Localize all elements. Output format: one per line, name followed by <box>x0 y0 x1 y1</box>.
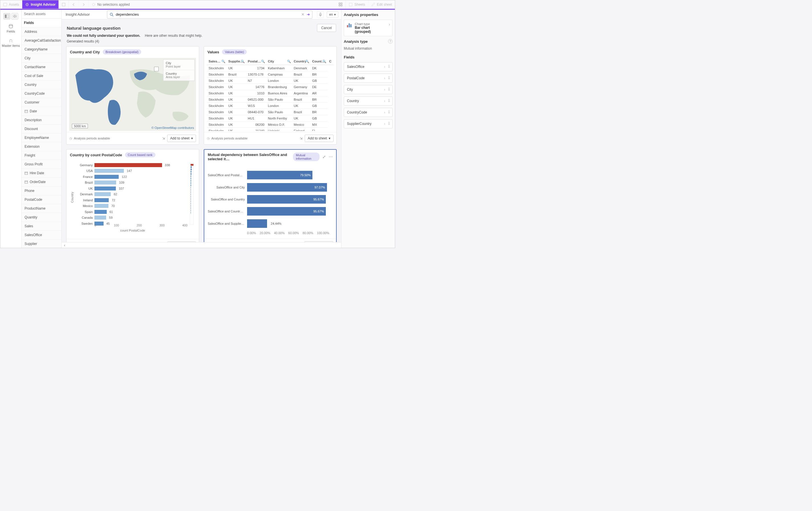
table-header[interactable]: Count…🔍 <box>311 58 327 65</box>
bar-row[interactable]: UK107 <box>94 186 194 191</box>
asset-item[interactable]: Description <box>22 116 61 125</box>
asset-item[interactable]: OrderDate <box>22 178 61 186</box>
nlq-input[interactable] <box>116 12 299 17</box>
asset-item[interactable]: ProductName <box>22 204 61 213</box>
asset-item[interactable]: City <box>22 54 61 63</box>
panel-toggle-left[interactable] <box>3 13 10 20</box>
asset-item[interactable]: PostalCode <box>22 195 61 204</box>
table-row[interactable]: StockholmUKHU1North FerribyUKGB <box>207 115 334 121</box>
bar-row[interactable]: Brazil109 <box>94 180 194 185</box>
drag-handle-icon[interactable]: ⠿ <box>388 65 390 69</box>
asset-item[interactable]: Cost of Sale <box>22 71 61 81</box>
insight-advisor-tab[interactable]: Insight Advisor <box>22 0 59 8</box>
asset-item[interactable]: CategoryName <box>22 45 61 54</box>
asset-item[interactable]: Address <box>22 27 61 36</box>
explore-icon[interactable]: ⇲ <box>300 137 302 140</box>
language-select[interactable]: en▾ <box>327 11 338 18</box>
asset-item[interactable]: AverageCallSatisfaction <box>22 36 61 45</box>
master-items-tab[interactable]: Master items <box>0 36 21 50</box>
asset-item[interactable]: Phone <box>22 186 61 195</box>
asset-item[interactable]: Quantity <box>22 213 61 222</box>
table-row[interactable]: StockholmUK08440-070São PauloBrazilBR <box>207 109 334 115</box>
table-row[interactable]: StockholmUK04521-000São PauloBrazilBR <box>207 96 334 103</box>
rank-minimap[interactable] <box>190 163 194 224</box>
mutual-chart[interactable]: SalesOffice and PostalCode79.50%SalesOff… <box>207 164 333 238</box>
mic-icon[interactable] <box>317 11 324 18</box>
table-row[interactable]: StockholmUK06200México D.F.MexicoMX <box>207 121 334 128</box>
asset-item[interactable]: ContactName <box>22 63 61 71</box>
bar-row[interactable]: Denmark82 <box>94 192 194 197</box>
bar-row[interactable]: Spain61 <box>94 209 194 214</box>
edit-sheet-button[interactable]: Edit sheet <box>368 0 395 8</box>
table-header[interactable]: Country🔍 <box>292 58 311 65</box>
periods-label[interactable]: Analysis periods available <box>211 137 248 140</box>
step-fwd-icon[interactable] <box>79 0 89 8</box>
bar-row[interactable]: France122 <box>94 174 194 179</box>
table-row[interactable]: StockholmUK1734KøbenhavnDenmarkDK <box>207 65 334 71</box>
panel-toggle-grid[interactable] <box>11 13 18 20</box>
nlq-search[interactable]: ✕ ➜ <box>107 10 312 19</box>
submit-arrow-icon[interactable]: ➜ <box>307 12 310 17</box>
table-row[interactable]: StockholmUKN7LondonUKGB <box>207 78 334 84</box>
table-header[interactable]: C <box>327 58 334 65</box>
map-viz[interactable]: CityPoint layer CountryArea layer 5000 k… <box>69 58 196 131</box>
bar-row[interactable]: SalesOffice and PostalCode79.50% <box>247 170 329 180</box>
table-header[interactable]: Postal…🔍 <box>246 58 266 65</box>
bar-row[interactable]: Ireland72 <box>94 198 194 203</box>
bar-row[interactable]: Canada59 <box>94 215 194 220</box>
values-table[interactable]: Sales…🔍Supplie…🔍Postal…🔍City🔍Country🔍Cou… <box>207 58 334 131</box>
add-to-sheet-button[interactable]: Add to sheet ▾ <box>305 134 334 142</box>
table-header[interactable]: City🔍 <box>266 58 292 65</box>
assets-toggle[interactable]: Assets <box>0 0 22 8</box>
table-row[interactable]: StockholmUKW1SLondonUKGB <box>207 103 334 109</box>
search-icon[interactable]: 🔍 <box>261 60 265 63</box>
asset-item[interactable]: Freight <box>22 151 61 160</box>
table-row[interactable]: StockholmUK21240HelsinkiFinlandFI <box>207 128 334 131</box>
asset-item[interactable]: CountryCode <box>22 89 61 98</box>
bar-row[interactable]: Mexico70 <box>94 204 194 208</box>
search-icon[interactable]: 🔍 <box>322 60 326 63</box>
table-header[interactable]: Supplie…🔍 <box>227 58 246 65</box>
help-icon[interactable]: ? <box>388 39 393 43</box>
table-row[interactable]: StockholmBrazil13070-178CampinasBrazilBR <box>207 71 334 78</box>
chevron-left-icon[interactable]: ‹ <box>64 243 65 247</box>
drag-handle-icon[interactable]: ⠿ <box>388 122 390 126</box>
field-chip[interactable]: SalesOffice›⠿ <box>344 62 393 71</box>
explore-icon[interactable]: ⇲ <box>162 137 165 140</box>
search-icon[interactable]: 🔍 <box>222 60 225 63</box>
fullscreen-icon[interactable]: ⤢ <box>322 155 326 159</box>
asset-item[interactable]: Supplier <box>22 240 61 248</box>
asset-item[interactable]: Extension <box>22 142 61 151</box>
sheets-button[interactable]: Sheets <box>346 0 368 8</box>
drag-handle-icon[interactable]: ⠿ <box>388 76 390 80</box>
asset-item[interactable]: Date <box>22 107 61 116</box>
field-chip[interactable]: City›⠿ <box>344 85 393 94</box>
bar-row[interactable]: SalesOffice and City97.07% <box>247 182 329 192</box>
bar-row[interactable]: Germany338 <box>94 162 194 168</box>
drag-handle-icon[interactable]: ⠿ <box>388 110 390 114</box>
smart-select-icon[interactable] <box>59 0 69 8</box>
map-home-icon[interactable] <box>154 67 158 71</box>
bar-row[interactable]: SalesOffice and CountryCo…95.67% <box>247 206 329 216</box>
search-icon[interactable]: 🔍 <box>305 60 309 63</box>
add-to-sheet-button[interactable]: Add to sheet ▾ <box>167 134 196 142</box>
field-chip[interactable]: CountryCode›⠿ <box>344 108 393 117</box>
chart-type-row[interactable]: Chart typeBar chart (grouped) › <box>344 20 393 36</box>
search-icon[interactable]: 🔍 <box>241 60 245 63</box>
asset-item[interactable]: Customer <box>22 98 61 107</box>
asset-search-input[interactable] <box>22 10 61 19</box>
bar-row[interactable]: SalesOffice and Country95.67% <box>247 194 329 205</box>
search-icon[interactable]: 🔍 <box>287 60 291 63</box>
rank-chart[interactable]: Country Germany338USA147France122Brazil1… <box>69 161 196 234</box>
more-icon[interactable]: ⋯ <box>329 155 333 159</box>
bar-row[interactable]: USA147 <box>94 169 194 173</box>
table-header[interactable]: Sales…🔍 <box>207 58 227 65</box>
asset-item[interactable]: Sales <box>22 222 61 231</box>
drag-handle-icon[interactable]: ⠿ <box>388 88 390 92</box>
asset-item[interactable]: SalesOffice <box>22 231 61 240</box>
drag-handle-icon[interactable]: ⠿ <box>388 99 390 103</box>
bar-row[interactable]: SalesOffice and SupplierC…24.44% <box>247 218 329 229</box>
asset-item[interactable]: Gross Profit <box>22 160 61 169</box>
table-row[interactable]: StockholmUK14776BrandenburgGermanyDE <box>207 84 334 90</box>
asset-item[interactable]: Country <box>22 81 61 89</box>
